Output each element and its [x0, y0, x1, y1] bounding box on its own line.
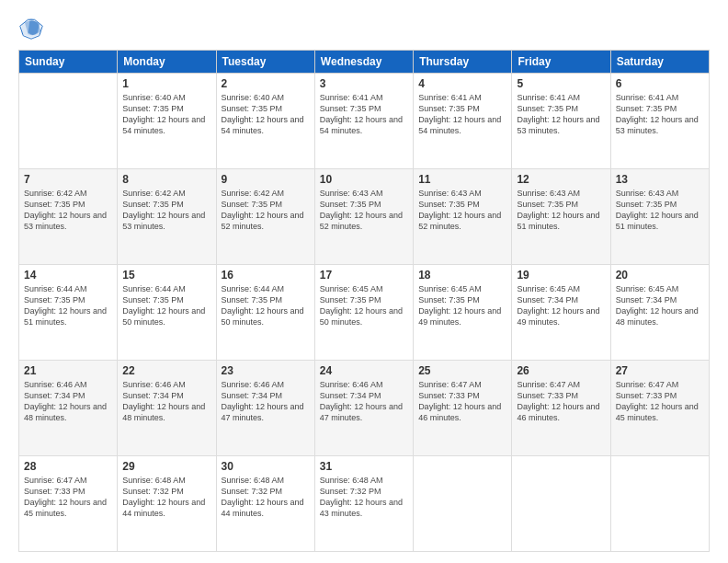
cell-sun-info: Sunrise: 6:42 AMSunset: 7:35 PMDaylight:… [222, 188, 310, 233]
calendar-cell: 24Sunrise: 6:46 AMSunset: 7:34 PMDayligh… [314, 361, 413, 456]
cell-day-number: 7 [24, 173, 112, 186]
page: SundayMondayTuesdayWednesdayThursdayFrid… [0, 0, 728, 563]
day-header-thursday: Thursday [414, 51, 512, 74]
calendar-cell: 17Sunrise: 6:45 AMSunset: 7:35 PMDayligh… [314, 265, 413, 361]
cell-day-number: 8 [122, 173, 210, 186]
calendar-cell: 9Sunrise: 6:42 AMSunset: 7:35 PMDaylight… [216, 169, 314, 265]
cell-sun-info: Sunrise: 6:48 AMSunset: 7:32 PMDaylight:… [122, 475, 210, 520]
calendar-cell: 27Sunrise: 6:47 AMSunset: 7:33 PMDayligh… [610, 361, 709, 456]
calendar-cell: 16Sunrise: 6:44 AMSunset: 7:35 PMDayligh… [216, 265, 314, 361]
cell-day-number: 21 [24, 364, 112, 377]
cell-sun-info: Sunrise: 6:47 AMSunset: 7:33 PMDaylight:… [418, 379, 506, 424]
cell-sun-info: Sunrise: 6:46 AMSunset: 7:34 PMDaylight:… [320, 379, 408, 424]
cell-sun-info: Sunrise: 6:45 AMSunset: 7:34 PMDaylight:… [517, 283, 605, 328]
week-row-5: 28Sunrise: 6:47 AMSunset: 7:33 PMDayligh… [19, 456, 710, 552]
calendar-cell: 8Sunrise: 6:42 AMSunset: 7:35 PMDaylight… [118, 169, 216, 265]
calendar-cell: 28Sunrise: 6:47 AMSunset: 7:33 PMDayligh… [19, 456, 118, 552]
week-row-4: 21Sunrise: 6:46 AMSunset: 7:34 PMDayligh… [19, 361, 710, 456]
cell-day-number: 26 [517, 364, 605, 377]
calendar-cell: 15Sunrise: 6:44 AMSunset: 7:35 PMDayligh… [118, 265, 216, 361]
week-row-1: 1Sunrise: 6:40 AMSunset: 7:35 PMDaylight… [19, 74, 710, 169]
cell-sun-info: Sunrise: 6:44 AMSunset: 7:35 PMDaylight:… [122, 283, 210, 328]
cell-day-number: 24 [320, 364, 408, 377]
cell-sun-info: Sunrise: 6:43 AMSunset: 7:35 PMDaylight:… [517, 188, 605, 233]
week-row-3: 14Sunrise: 6:44 AMSunset: 7:35 PMDayligh… [19, 265, 710, 361]
cell-day-number: 23 [222, 364, 310, 377]
calendar-cell: 21Sunrise: 6:46 AMSunset: 7:34 PMDayligh… [19, 361, 118, 456]
cell-sun-info: Sunrise: 6:41 AMSunset: 7:35 PMDaylight:… [517, 92, 605, 137]
cell-day-number: 15 [122, 269, 210, 282]
calendar-cell [512, 456, 610, 552]
cell-sun-info: Sunrise: 6:47 AMSunset: 7:33 PMDaylight:… [24, 475, 112, 520]
calendar-cell: 7Sunrise: 6:42 AMSunset: 7:35 PMDaylight… [19, 169, 118, 265]
cell-day-number: 27 [616, 364, 704, 377]
day-header-monday: Monday [118, 51, 216, 74]
calendar-cell: 19Sunrise: 6:45 AMSunset: 7:34 PMDayligh… [512, 265, 610, 361]
week-row-2: 7Sunrise: 6:42 AMSunset: 7:35 PMDaylight… [19, 169, 710, 265]
calendar-cell: 3Sunrise: 6:41 AMSunset: 7:35 PMDaylight… [314, 74, 413, 169]
cell-day-number: 19 [517, 269, 605, 282]
cell-day-number: 6 [616, 77, 704, 90]
cell-day-number: 20 [616, 269, 704, 282]
cell-day-number: 11 [418, 173, 506, 186]
cell-sun-info: Sunrise: 6:48 AMSunset: 7:32 PMDaylight:… [222, 475, 310, 520]
calendar-cell: 30Sunrise: 6:48 AMSunset: 7:32 PMDayligh… [216, 456, 314, 552]
calendar-cell: 22Sunrise: 6:46 AMSunset: 7:34 PMDayligh… [118, 361, 216, 456]
cell-day-number: 28 [24, 460, 112, 473]
calendar-cell [414, 456, 512, 552]
cell-day-number: 1 [122, 77, 210, 90]
day-header-sunday: Sunday [19, 51, 118, 74]
calendar-cell: 23Sunrise: 6:46 AMSunset: 7:34 PMDayligh… [216, 361, 314, 456]
calendar-cell: 31Sunrise: 6:48 AMSunset: 7:32 PMDayligh… [314, 456, 413, 552]
cell-day-number: 4 [418, 77, 506, 90]
cell-sun-info: Sunrise: 6:47 AMSunset: 7:33 PMDaylight:… [616, 379, 704, 424]
cell-day-number: 17 [320, 269, 408, 282]
cell-sun-info: Sunrise: 6:45 AMSunset: 7:35 PMDaylight:… [418, 283, 506, 328]
day-header-row: SundayMondayTuesdayWednesdayThursdayFrid… [19, 51, 710, 74]
calendar-cell: 12Sunrise: 6:43 AMSunset: 7:35 PMDayligh… [512, 169, 610, 265]
cell-day-number: 16 [222, 269, 310, 282]
calendar-cell: 4Sunrise: 6:41 AMSunset: 7:35 PMDaylight… [414, 74, 512, 169]
logo [18, 15, 48, 40]
cell-sun-info: Sunrise: 6:43 AMSunset: 7:35 PMDaylight:… [320, 188, 408, 233]
cell-sun-info: Sunrise: 6:47 AMSunset: 7:33 PMDaylight:… [517, 379, 605, 424]
cell-sun-info: Sunrise: 6:46 AMSunset: 7:34 PMDaylight:… [24, 379, 112, 424]
day-header-saturday: Saturday [610, 51, 709, 74]
cell-sun-info: Sunrise: 6:41 AMSunset: 7:35 PMDaylight:… [616, 92, 704, 137]
calendar-cell: 29Sunrise: 6:48 AMSunset: 7:32 PMDayligh… [118, 456, 216, 552]
calendar-table: SundayMondayTuesdayWednesdayThursdayFrid… [18, 50, 710, 552]
day-header-friday: Friday [512, 51, 610, 74]
cell-sun-info: Sunrise: 6:44 AMSunset: 7:35 PMDaylight:… [24, 283, 112, 328]
day-header-tuesday: Tuesday [216, 51, 314, 74]
cell-sun-info: Sunrise: 6:40 AMSunset: 7:35 PMDaylight:… [122, 92, 210, 137]
cell-sun-info: Sunrise: 6:46 AMSunset: 7:34 PMDaylight:… [222, 379, 310, 424]
cell-day-number: 14 [24, 269, 112, 282]
cell-sun-info: Sunrise: 6:40 AMSunset: 7:35 PMDaylight:… [222, 92, 310, 137]
cell-sun-info: Sunrise: 6:45 AMSunset: 7:35 PMDaylight:… [320, 283, 408, 328]
calendar-cell: 1Sunrise: 6:40 AMSunset: 7:35 PMDaylight… [118, 74, 216, 169]
calendar-cell: 10Sunrise: 6:43 AMSunset: 7:35 PMDayligh… [314, 169, 413, 265]
calendar-cell: 13Sunrise: 6:43 AMSunset: 7:35 PMDayligh… [610, 169, 709, 265]
cell-day-number: 13 [616, 173, 704, 186]
cell-sun-info: Sunrise: 6:42 AMSunset: 7:35 PMDaylight:… [24, 188, 112, 233]
cell-day-number: 22 [122, 364, 210, 377]
calendar-cell: 11Sunrise: 6:43 AMSunset: 7:35 PMDayligh… [414, 169, 512, 265]
calendar-cell: 25Sunrise: 6:47 AMSunset: 7:33 PMDayligh… [414, 361, 512, 456]
cell-sun-info: Sunrise: 6:43 AMSunset: 7:35 PMDaylight:… [616, 188, 704, 233]
cell-sun-info: Sunrise: 6:45 AMSunset: 7:34 PMDaylight:… [616, 283, 704, 328]
cell-sun-info: Sunrise: 6:48 AMSunset: 7:32 PMDaylight:… [320, 475, 408, 520]
calendar-cell: 26Sunrise: 6:47 AMSunset: 7:33 PMDayligh… [512, 361, 610, 456]
cell-day-number: 12 [517, 173, 605, 186]
cell-sun-info: Sunrise: 6:43 AMSunset: 7:35 PMDaylight:… [418, 188, 506, 233]
calendar-cell: 6Sunrise: 6:41 AMSunset: 7:35 PMDaylight… [610, 74, 709, 169]
logo-icon [18, 15, 44, 40]
calendar-cell [610, 456, 709, 552]
calendar-cell: 2Sunrise: 6:40 AMSunset: 7:35 PMDaylight… [216, 74, 314, 169]
cell-day-number: 10 [320, 173, 408, 186]
day-header-wednesday: Wednesday [314, 51, 413, 74]
cell-sun-info: Sunrise: 6:42 AMSunset: 7:35 PMDaylight:… [122, 188, 210, 233]
cell-day-number: 2 [222, 77, 310, 90]
cell-day-number: 5 [517, 77, 605, 90]
cell-day-number: 9 [222, 173, 310, 186]
cell-sun-info: Sunrise: 6:41 AMSunset: 7:35 PMDaylight:… [320, 92, 408, 137]
